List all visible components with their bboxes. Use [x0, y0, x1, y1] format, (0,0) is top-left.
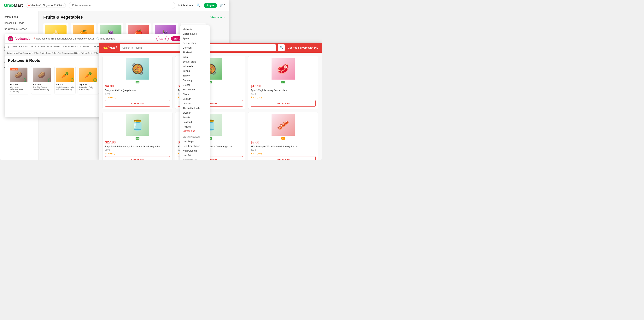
country-scotland[interactable]: Scotland [180, 120, 210, 125]
dietary-low-sugar[interactable]: Low Sugar [180, 139, 210, 144]
fp-product-1-price: S$ 3.95 [10, 83, 28, 86]
country-switzerland[interactable]: Switzerland [180, 87, 210, 92]
country-china[interactable]: China [180, 92, 210, 97]
rm-product-6-weight: 200 g [251, 149, 256, 151]
featured-badge: Featured [10, 68, 18, 71]
rm-product-3: 🥩 6D $15.90 Ryan's Virginia Honey Glazed… [248, 56, 318, 109]
country-greece[interactable]: Greece [180, 83, 210, 87]
dietary-section-title: Dietary Needs [180, 135, 210, 139]
country-austria[interactable]: Austria [180, 115, 210, 120]
fp-address: 📍 New address 416 Bedok North Ave 2 Sing… [33, 37, 94, 40]
fruits-view-more[interactable]: View more > [210, 16, 224, 19]
country-new-zealand[interactable]: New Zealand [180, 41, 210, 46]
rm-search-button[interactable]: 🔍 [278, 44, 285, 51]
login-button[interactable]: Login [204, 3, 217, 8]
sidebar-item-household[interactable]: Household Goods [0, 20, 38, 26]
in-store-label: In this store [178, 4, 191, 7]
fp-time: 🕐 Time Standard [96, 37, 115, 40]
country-netherlands[interactable]: The Netherlands [180, 106, 210, 111]
view-less-btn[interactable]: VIEW LESS [180, 129, 210, 134]
rm-product-6-price: $9.00 [251, 140, 259, 144]
country-denmark[interactable]: Denmark [180, 46, 210, 50]
fp-logo: 🐼 foodpanda [8, 36, 30, 42]
fp-featured-celery[interactable]: Springfresh Celery 1s [40, 52, 60, 54]
country-belgium[interactable]: Belgium [180, 97, 210, 101]
country-holland[interactable]: Holland [180, 125, 210, 129]
fp-logo-icon: 🐼 [8, 36, 13, 42]
fp-scroll-left-icon[interactable]: ◀ [7, 45, 9, 48]
fp-product-3-price: S$ 1.80 [56, 83, 74, 86]
fp-login-button[interactable]: Log in [156, 36, 169, 41]
rm-header: redmart 🔍 Get free delivery with $60 [99, 43, 322, 53]
fp-product-3-add[interactable]: + [70, 78, 74, 82]
in-store-button[interactable]: In this store ▾ [178, 4, 194, 7]
rm-product-4-name: Fage Total 5 Percentage Fat Natural Gree… [105, 145, 162, 148]
rm-product-1: 🥘 6D $4.80 Tungsan Ah-Cha (Vegetarian) 3… [102, 56, 172, 109]
dietary-low-fat[interactable]: Low Fat [180, 153, 210, 158]
rm-product-3-star-icon: ★ [251, 96, 252, 99]
location-dot-icon [28, 5, 30, 6]
fp-featured-celery-sticks[interactable]: Schreurs and Sons Celery Sticks 300g [62, 52, 98, 54]
fp-cat-tomatoes[interactable]: TOMATOES & CUCUMBER [63, 45, 90, 48]
fp-product-3-name: brightfarms Australia Holland Potato 1kg [56, 86, 74, 91]
search-icon[interactable]: 🔍 [196, 3, 201, 8]
fp-product-4[interactable]: 🥕 + S$ 2.45 Bunny Luv Baby Carrot 250g [78, 66, 99, 95]
rm-product-1-add-to-cart[interactable]: Add to cart [105, 100, 170, 107]
fp-product-2[interactable]: 🥔 + S$ 2.50 The Silly Greens Holland Pot… [31, 66, 52, 95]
cart-button[interactable]: 🛒 0 [220, 4, 225, 7]
country-south-korea[interactable]: South Korea [180, 60, 210, 64]
fp-product-1-name: brightfarms Japanese Sweet Potato 1kg [10, 86, 28, 93]
rm-product-6-rating-value: 4.0 (665) [253, 152, 262, 155]
fp-time-icon: 🕐 [96, 37, 99, 40]
sidebar-item-ice-cream[interactable]: Ice Cream & Dessert [0, 26, 38, 32]
fp-cat-veggie[interactable]: VEGGIE PICKS [12, 45, 28, 48]
grabmart-logo: GrabMart [4, 3, 23, 8]
rm-product-4-add-to-cart[interactable]: Add to cart [105, 156, 170, 160]
rm-logo: redmart [102, 46, 117, 50]
dietary-healthier-choice[interactable]: Healthier Choice [180, 144, 210, 148]
fp-product-1[interactable]: Featured 🥔 + S$ 3.95 brightfarms Japanes… [8, 66, 29, 95]
country-spain[interactable]: Spain [180, 36, 210, 41]
country-india[interactable]: India [180, 55, 210, 60]
rm-product-4: 🫙 6D $27.90 Fage Total 5 Percentage Fat … [102, 112, 172, 160]
fp-time-text: Time Standard [100, 37, 115, 40]
location-pill[interactable]: 3 Media Cl, Singapore 138496 ▾ [26, 3, 66, 8]
rm-product-6-rating: ★ 4.0 (665) [251, 152, 262, 155]
country-ireland[interactable]: Ireland [180, 69, 210, 73]
rm-product-6-name: Jill's Sausages Wood Smoked Streaky Baco… [251, 145, 299, 148]
fp-product-2-name: The Silly Greens Holland Potato 1kg [33, 86, 51, 91]
country-indonesia[interactable]: Indonesia [180, 64, 210, 69]
rm-main: 🥘 6D $4.80 Tungsan Ah-Cha (Vegetarian) 3… [99, 53, 322, 160]
rm-product-3-add-to-cart[interactable]: Add to cart [251, 100, 316, 107]
location-caret-icon: ▾ [62, 4, 64, 7]
country-germany[interactable]: Germany [180, 78, 210, 83]
fp-product-3[interactable]: 🥕 + S$ 1.80 brightfarms Australia Hollan… [54, 66, 76, 95]
country-united-states[interactable]: United States [180, 32, 210, 36]
fp-product-1-img: Featured 🥔 + [10, 68, 28, 82]
sidebar-item-instant-food[interactable]: Instant Food [0, 14, 38, 20]
country-vietnam[interactable]: Vietnam [180, 101, 210, 106]
dietary-nutri-grade-b[interactable]: Nutri Grade B [180, 148, 210, 153]
rm-product-6-add-to-cart[interactable]: Add to cart [251, 156, 316, 160]
rm-product-3-rating-value: 4.0 (176) [253, 96, 262, 99]
fruits-section-header: Fruits & Vegetables View more > [43, 15, 224, 20]
rm-product-4-tag: 6D [136, 137, 140, 140]
cart-count: 0 [224, 4, 225, 7]
rm-product-1-rating-value: 4.0 (237) [108, 96, 116, 99]
fp-product-2-add[interactable]: + [47, 78, 50, 82]
fp-featured-asparagus[interactable]: brightfarms Fine Asparagus 100g [7, 52, 38, 54]
country-turkey[interactable]: Turkey [180, 73, 210, 78]
country-thailand[interactable]: Thailand [180, 50, 210, 55]
country-malaysia[interactable]: Malaysia [180, 27, 210, 32]
location-text: 3 Media Cl, Singapore 138496 [30, 4, 62, 7]
fp-cat-broccoli[interactable]: BROCCOLI & CAULIFLOWER [30, 45, 60, 48]
rm-product-4-star-icon: ★ [105, 152, 107, 155]
dietary-nutri-grade-c[interactable]: Nutri Grade C [180, 158, 210, 160]
rm-product-1-tag: 6D [136, 81, 140, 83]
fp-product-4-add[interactable]: + [93, 78, 97, 82]
rm-product-3-img: 🥩 [272, 58, 295, 80]
country-sweden[interactable]: Sweden [180, 111, 210, 115]
fp-product-1-add[interactable]: + [24, 78, 27, 82]
fp-logo-text: foodpanda [14, 37, 30, 41]
grabmart-search-input[interactable] [69, 2, 175, 9]
